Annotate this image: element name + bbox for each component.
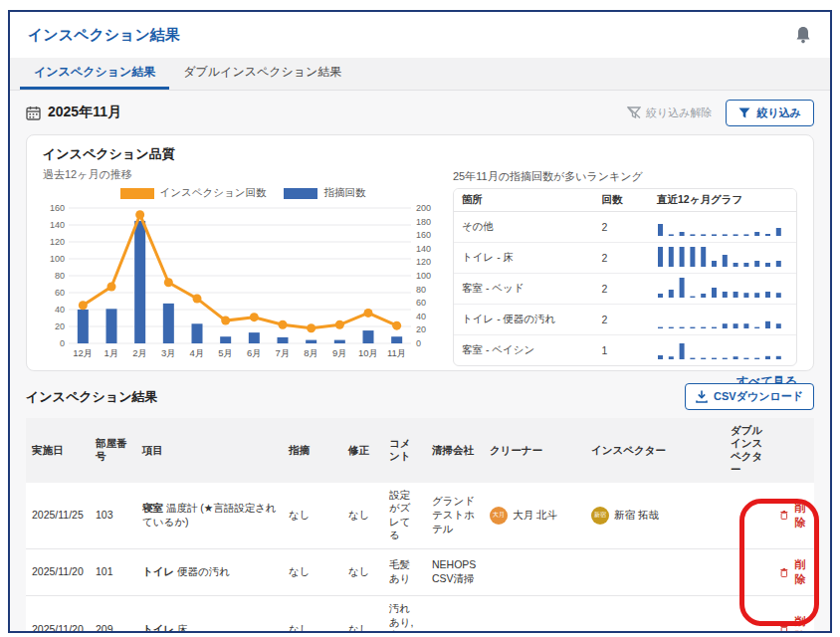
cell-inspector	[585, 549, 725, 596]
cell-item: トイレ 便器の汚れ	[136, 549, 283, 596]
svg-text:80: 80	[55, 271, 65, 281]
col-inspector: インスペクター	[585, 418, 725, 483]
results-title: インスペクション結果	[26, 388, 157, 406]
legend-swatch-orange	[120, 188, 154, 199]
trend-chart-area: 過去12ヶ月の推移 インスペクション回数 指摘回数 02040608010012…	[43, 167, 443, 390]
page-title: インスペクション結果	[28, 26, 180, 45]
tab-inspection-results[interactable]: インスペクション結果	[20, 58, 169, 90]
sparkline-chart	[657, 276, 788, 300]
quality-card: インスペクション品質 過去12ヶ月の推移 インスペクション回数 指摘回数	[26, 134, 814, 371]
table-row: 2025/11/20 101 トイレ 便器の汚れ なし なし 毛髪あり NEHO…	[26, 549, 814, 596]
item-category: トイレ	[142, 623, 174, 633]
cell-company: グランドテストホテル	[426, 483, 484, 549]
col-date: 実施日	[26, 418, 90, 483]
svg-text:140: 140	[50, 220, 65, 230]
cell-room: 103	[90, 483, 136, 549]
svg-text:120: 120	[416, 257, 431, 267]
svg-text:80: 80	[416, 285, 426, 295]
svg-text:1月: 1月	[105, 347, 119, 358]
svg-text:200: 200	[416, 203, 431, 213]
table-row: 2025/11/20 209 トイレ 床 なし なし 汚れあり, 臭いあり	[26, 596, 814, 633]
delete-button[interactable]: 削除	[780, 501, 808, 531]
cell-double-inspector	[725, 549, 774, 596]
svg-text:140: 140	[416, 244, 431, 254]
results-table: 実施日 部屋番号 項目 指摘 修正 コメント 清掃会社 クリーナー インスペクタ…	[26, 418, 814, 633]
svg-text:0: 0	[416, 338, 421, 348]
ranking-location: トイレ - 便器の汚れ	[454, 305, 593, 335]
cell-comment: 汚れあり, 臭いあり	[383, 596, 426, 633]
cell-room: 209	[90, 596, 136, 633]
sparkline-chart	[657, 337, 788, 361]
cleaner-avatar: 大月	[490, 507, 508, 525]
ranking-row: その他 2	[454, 212, 796, 243]
sparkline-chart	[657, 307, 788, 330]
cell-item: 寝室 温度計 (★言語設定されているか)	[136, 483, 283, 549]
svg-text:12月: 12月	[73, 347, 93, 358]
legend-swatch-blue	[284, 188, 317, 199]
svg-text:100: 100	[50, 254, 65, 264]
clear-filter-label: 絞り込み解除	[646, 106, 713, 120]
svg-text:60: 60	[55, 288, 65, 298]
delete-button[interactable]: 削除	[780, 614, 808, 633]
ranking-location: その他	[454, 212, 593, 243]
svg-text:100: 100	[416, 271, 431, 281]
delete-label: 削除	[793, 614, 808, 633]
cell-actions: 削除	[774, 549, 814, 596]
trash-icon	[780, 566, 788, 579]
csv-download-label: CSVダウンロード	[714, 389, 803, 404]
ranking-row: トイレ - 床 2	[454, 243, 796, 274]
tabbar: インスペクション結果 ダブルインスペクション結果	[10, 58, 830, 91]
col-comment: コメント	[383, 418, 426, 483]
col-double-inspector: ダブルインスペクター	[725, 418, 774, 483]
svg-text:180: 180	[416, 217, 431, 227]
legend-label: 指摘回数	[323, 186, 365, 200]
app-header: インスペクション結果	[10, 12, 830, 58]
svg-text:4月: 4月	[190, 347, 205, 358]
col-flag: 指摘	[283, 418, 342, 483]
trash-icon	[780, 509, 788, 522]
item-category: 寝室	[142, 502, 163, 514]
col-actions	[774, 418, 814, 483]
svg-text:7月: 7月	[276, 347, 291, 358]
tab-label: ダブルインスペクション結果	[183, 64, 341, 81]
cell-date: 2025/11/20	[26, 549, 90, 596]
filter-button[interactable]: 絞り込み	[726, 100, 814, 126]
ranking-title: 25年11月の指摘回数が多いランキング	[453, 169, 797, 184]
trash-icon	[780, 623, 788, 633]
col-fix: 修正	[342, 418, 383, 483]
legend-label: インスペクション回数	[160, 186, 267, 200]
delete-label: 削除	[793, 501, 808, 531]
svg-text:40: 40	[55, 305, 65, 315]
ranking-col-count: 回数	[593, 189, 649, 212]
notification-bell-icon[interactable]	[794, 25, 812, 45]
svg-text:2月: 2月	[132, 347, 147, 358]
cell-comment: 毛髪あり	[383, 549, 426, 596]
ranking-row: 客室 - ベッド 2	[454, 274, 796, 305]
inspector-name: 新宿 拓哉	[614, 509, 659, 523]
cell-date: 2025/11/20	[26, 596, 90, 633]
svg-text:60: 60	[416, 298, 426, 308]
cell-inspector	[585, 596, 725, 633]
delete-button[interactable]: 削除	[780, 557, 808, 587]
legend-findings: 指摘回数	[284, 186, 365, 200]
cell-actions: 削除	[774, 596, 814, 633]
svg-text:3月: 3月	[161, 347, 176, 358]
col-cleaner: クリーナー	[484, 418, 585, 483]
csv-download-button[interactable]: CSVダウンロード	[685, 383, 814, 410]
cell-company: NEHOPS CSV清掃	[426, 549, 484, 596]
cell-fix: なし	[342, 596, 383, 633]
ranking-row: 客室 - ベイシン 1	[454, 335, 796, 365]
ranking-count: 1	[593, 335, 649, 365]
svg-text:120: 120	[50, 237, 65, 247]
item-detail: 便器の汚れ	[177, 565, 230, 577]
ranking-table: 箇所 回数 直近12ヶ月グラフ その他 2	[453, 188, 797, 366]
download-icon	[696, 390, 708, 403]
item-detail: 床	[177, 623, 188, 633]
cell-inspector: 新宿新宿 拓哉	[585, 483, 725, 549]
toolbar: 2025年11月 絞り込み解除 絞り込み	[26, 91, 814, 134]
tab-double-inspection-results[interactable]: ダブルインスペクション結果	[169, 58, 355, 90]
clear-filter-button[interactable]: 絞り込み解除	[627, 106, 713, 120]
ranking-location: 客室 - ベイシン	[454, 335, 593, 365]
cell-flag: なし	[283, 549, 342, 596]
ranking-count: 2	[593, 243, 649, 274]
